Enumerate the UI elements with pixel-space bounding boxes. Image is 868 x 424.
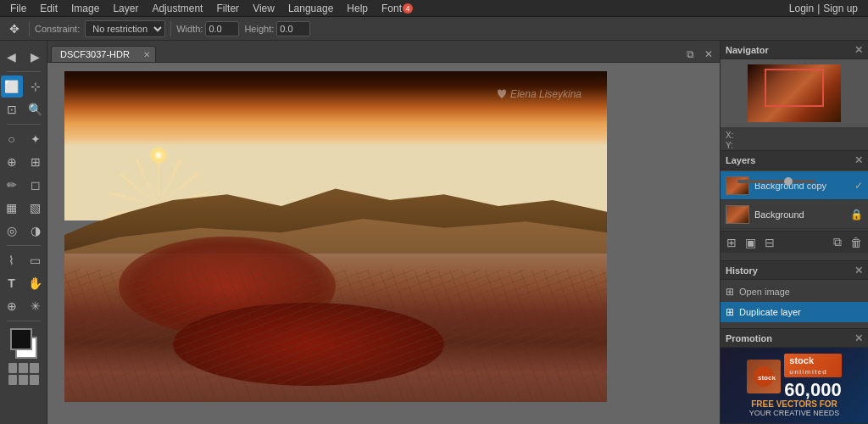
right-panel: Navigator ✕ X: Y: W: — [720, 41, 868, 424]
toolbox: ◀ ▶ ⬜ ⊹ ⊡ 🔍 ○ ✦ ⊕ ⊞ ✏ ◻ ▦ ▧ ◎ — [0, 41, 47, 424]
menu-help[interactable]: Help — [340, 0, 375, 16]
foreground-color[interactable] — [10, 328, 32, 350]
heart-icon — [497, 88, 507, 100]
coord-y-label: Y: — [726, 141, 733, 150]
menu-layer[interactable]: Layer — [106, 0, 145, 16]
constraint-label: Constraint: — [35, 24, 80, 34]
history-title: History — [726, 265, 758, 276]
brush-tool[interactable]: ✏ — [1, 174, 23, 196]
promo-text2: YOUR CREATIVE NEEDS — [749, 409, 839, 417]
main-area: ◀ ▶ ⬜ ⊹ ⊡ 🔍 ○ ✦ ⊕ ⊞ ✏ ◻ ▦ ▧ ◎ — [0, 41, 868, 424]
menu-file[interactable]: File — [3, 0, 33, 16]
menu-adjustment[interactable]: Adjustment — [145, 0, 209, 16]
promo-logo: stock unlimited — [784, 354, 841, 377]
paint-bucket-tool[interactable]: ▦ — [1, 197, 23, 219]
zoom-tool[interactable]: 🔍 — [25, 98, 47, 120]
layer-item-0[interactable]: Background copy ✓ — [721, 171, 868, 200]
layer-copy-btn[interactable]: ⧉ — [831, 233, 844, 251]
text-hand-tools: T ✋ — [1, 272, 47, 294]
login-link[interactable]: Login — [789, 3, 814, 14]
healing-tool[interactable]: ⊞ — [25, 151, 47, 173]
vector-tools: ⌇ ▭ — [1, 249, 47, 271]
dodge-tool[interactable]: ◑ — [25, 220, 47, 242]
height-input[interactable] — [276, 21, 310, 36]
zoom-tools: ⊡ 🔍 — [1, 98, 47, 120]
promotion-close[interactable]: ✕ — [854, 332, 863, 344]
width-input[interactable] — [205, 21, 239, 36]
eyedropper-tool[interactable]: ⊕ — [1, 151, 23, 173]
canvas-tab-main[interactable]: DSCF3037-HDR ✕ — [51, 46, 156, 62]
history-close[interactable]: ✕ — [854, 265, 863, 276]
canvas-tab-title: DSCF3037-HDR — [60, 49, 130, 59]
layer-name-1: Background — [754, 209, 845, 220]
eraser-tool[interactable]: ◻ — [25, 174, 47, 196]
tool-sep1 — [7, 71, 41, 72]
shape-tool[interactable]: ▭ — [25, 249, 47, 271]
menubar: File Edit Image Layer Adjustment Filter … — [0, 0, 868, 17]
layer-thumb-0 — [726, 176, 749, 195]
watermark: Elena Liseykina — [497, 88, 581, 100]
nav-thumb-rect — [765, 69, 824, 107]
promo-content[interactable]: stock stock unlimited 60,000 FREE VECTOR… — [721, 348, 868, 423]
select-move-tool[interactable]: ⊹ — [25, 75, 47, 98]
stock-logo-icon: stock — [752, 365, 776, 388]
layers-list: Background copy ✓ Background 🔒 — [721, 170, 868, 231]
new-layer-btn[interactable]: ⊞ — [724, 234, 739, 251]
restore-icon[interactable]: ⧉ — [683, 47, 698, 62]
signup-link[interactable]: Sign up — [823, 3, 858, 14]
menu-image[interactable]: Image — [64, 0, 106, 16]
history-header: History ✕ — [721, 261, 868, 280]
magic-wand-tool[interactable]: ✦ — [25, 128, 47, 150]
nav-prev[interactable]: ◀ — [1, 46, 23, 68]
tool-sep2 — [7, 124, 41, 125]
constraint-select[interactable]: No restriction — [85, 20, 165, 37]
coord-x-label: X: — [726, 131, 733, 140]
navigator-title: Navigator — [726, 45, 769, 55]
toolbar-separator — [29, 21, 30, 36]
lasso-tool[interactable]: ○ — [1, 128, 23, 150]
canvas-image: Elena Liseykina — [64, 71, 607, 402]
canvas-viewport[interactable]: Elena Liseykina — [47, 63, 720, 424]
history-panel: History ✕ ⊞ Open image ⊞ Duplicate layer — [721, 261, 868, 329]
menu-font[interactable]: Font4 — [375, 0, 420, 16]
landscape-scene: Elena Liseykina — [64, 71, 607, 402]
promo-info: stock unlimited 60,000 — [784, 354, 841, 399]
move-tool[interactable]: ⬜ — [1, 75, 23, 98]
layer-group-btn[interactable]: ▣ — [743, 234, 759, 251]
history-item-0[interactable]: ⊞ Open image — [721, 282, 868, 302]
layer-item-1[interactable]: Background 🔒 — [721, 200, 868, 229]
text-tool[interactable]: T — [1, 272, 23, 294]
canvas-close-icon[interactable]: ✕ — [701, 47, 716, 62]
hand-tool[interactable]: ✋ — [25, 272, 47, 294]
menu-edit[interactable]: Edit — [33, 0, 64, 16]
menu-view[interactable]: View — [246, 0, 281, 16]
history-item-1[interactable]: ⊞ Duplicate layer — [721, 302, 868, 322]
layers-panel: Layers ✕ Background copy ✓ Background 🔒 … — [721, 151, 868, 261]
promo-text1: FREE VECTORS FOR — [751, 399, 837, 409]
nav-next[interactable]: ▶ — [25, 46, 47, 68]
layer-lock-icon-1: 🔒 — [850, 209, 863, 220]
toolbar-move-btn[interactable]: ✥ — [5, 20, 24, 38]
canvas-controls: ⧉ ✕ — [683, 47, 716, 62]
layers-close[interactable]: ✕ — [854, 154, 863, 166]
menu-filter[interactable]: Filter — [209, 0, 246, 16]
promotion-header: Promotion ✕ — [721, 329, 868, 348]
crop-tool[interactable]: ⊡ — [1, 98, 23, 120]
promo-side: stock stock unlimited 60,000 — [747, 354, 841, 399]
layer-visible-icon-0[interactable]: ✓ — [854, 180, 863, 192]
layer-mask-btn[interactable]: ⊟ — [762, 234, 777, 251]
menu-language[interactable]: Language — [281, 0, 340, 16]
navigator-close[interactable]: ✕ — [854, 44, 863, 56]
zoom-slider[interactable] — [737, 180, 815, 183]
options-toolbar: ✥ Constraint: No restriction Width: Heig… — [0, 17, 868, 41]
pen-tool[interactable]: ⌇ — [1, 249, 23, 271]
blur-tool[interactable]: ◎ — [1, 220, 23, 242]
extra-tool[interactable]: ✳ — [25, 295, 47, 317]
canvas-tab-close[interactable]: ✕ — [143, 50, 150, 59]
grid-display[interactable] — [8, 363, 39, 385]
crack-layer — [64, 270, 607, 402]
zoom2-tool[interactable]: ⊕ — [1, 295, 23, 317]
fill-tools: ▦ ▧ — [1, 197, 47, 219]
layer-delete-btn[interactable]: 🗑 — [848, 234, 865, 251]
gradient-tool[interactable]: ▧ — [25, 197, 47, 219]
